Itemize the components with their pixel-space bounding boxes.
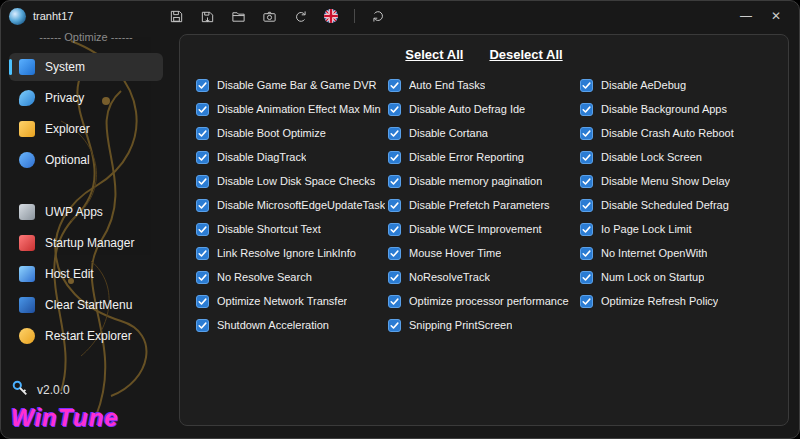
open-folder-icon[interactable] [227,5,249,27]
tweak-option[interactable]: Disable DiagTrack [196,150,388,164]
checkbox-checked-icon[interactable] [580,271,593,284]
section-label-optimize: ------ Optimize ------ [1,31,171,43]
checkbox-checked-icon[interactable] [388,295,401,308]
tweak-option[interactable]: No Resolve Search [196,270,388,284]
tweak-option[interactable]: Disable Background Apps [580,102,772,116]
checkbox-checked-icon[interactable] [196,319,209,332]
tweak-option[interactable]: Disable Shortcut Text [196,222,388,236]
tweak-option[interactable]: Disable Auto Defrag Ide [388,102,580,116]
tweak-option[interactable]: Link Resolve Ignore LinkInfo [196,246,388,260]
select-all-link[interactable]: Select All [405,47,463,62]
checkbox-checked-icon[interactable] [580,127,593,140]
checkbox-checked-icon[interactable] [388,223,401,236]
checkbox-checked-icon[interactable] [388,199,401,212]
tweak-option[interactable]: Disable memory pagination [388,174,580,188]
screenshot-camera-icon[interactable] [258,5,280,27]
sidebar-item-startup-manager[interactable]: Startup Manager [9,229,163,257]
language-uk-flag-icon[interactable] [320,5,342,27]
checkbox-checked-icon[interactable] [196,175,209,188]
checkbox-checked-icon[interactable] [388,319,401,332]
sidebar-item-system[interactable]: System [9,53,163,81]
tweak-option[interactable]: Disable Crash Auto Reboot [580,126,772,140]
tweak-option[interactable]: Disable Lock Screen [580,150,772,164]
checkbox-checked-icon[interactable] [196,199,209,212]
checkbox-checked-icon[interactable] [388,271,401,284]
tweak-option[interactable]: Optimize Network Transfer [196,294,388,308]
checkbox-checked-icon[interactable] [196,79,209,92]
checkbox-checked-icon[interactable] [196,151,209,164]
checkbox-checked-icon[interactable] [580,199,593,212]
system-monitor-icon [19,59,35,75]
refresh-icon[interactable] [367,5,389,27]
tweak-option[interactable]: Disable AeDebug [580,78,772,92]
tweak-option[interactable]: Snipping PrintScreen [388,318,580,332]
tweak-option[interactable]: Num Lock on Startup [580,270,772,284]
tweak-option[interactable]: Disable Menu Show Delay [580,174,772,188]
tweak-option[interactable]: Disable Scheduled Defrag [580,198,772,212]
tweak-label: Disable Game Bar & Game DVR [217,79,377,91]
checkbox-checked-icon[interactable] [388,79,401,92]
tweak-label: Disable memory pagination [409,175,542,187]
privacy-icon [19,90,35,106]
tweak-option[interactable]: Auto End Tasks [388,78,580,92]
checkbox-checked-icon[interactable] [388,175,401,188]
tweak-label: Disable Background Apps [601,103,727,115]
checkbox-checked-icon[interactable] [388,103,401,116]
undo-icon[interactable] [289,5,311,27]
version-label: v2.0.0 [37,383,70,397]
sidebar-item-host-edit[interactable]: Host Edit [9,260,163,288]
tweak-option[interactable]: Io Page Lock Limit [580,222,772,236]
tweak-option[interactable]: Shutdown Acceleration [196,318,388,332]
checkbox-checked-icon[interactable] [388,127,401,140]
save-icon[interactable] [165,5,187,27]
sidebar-item-label: Explorer [45,122,90,136]
tweak-option[interactable]: Disable MicrosoftEdgeUpdateTask [196,198,388,212]
minimize-button[interactable]: — [731,4,761,28]
tweak-option[interactable]: Disable Boot Optimize [196,126,388,140]
checkbox-checked-icon[interactable] [580,295,593,308]
tweak-option[interactable]: Disable Low Disk Space Checks [196,174,388,188]
app-window: tranht17 [0,0,800,439]
explorer-folder-icon [19,121,35,137]
checkbox-checked-icon[interactable] [388,151,401,164]
checkbox-checked-icon[interactable] [580,247,593,260]
checkbox-checked-icon[interactable] [388,247,401,260]
tweak-label: Mouse Hover Time [409,247,501,259]
sidebar-item-clear-startmenu[interactable]: Clear StartMenu [9,291,163,319]
tweak-label: Disable Shortcut Text [217,223,321,235]
tweak-option[interactable]: Disable Cortana [388,126,580,140]
checkbox-checked-icon[interactable] [196,247,209,260]
checkbox-checked-icon[interactable] [580,151,593,164]
checkbox-checked-icon[interactable] [196,295,209,308]
sidebar-item-explorer[interactable]: Explorer [9,115,163,143]
checkbox-checked-icon[interactable] [580,223,593,236]
sidebar-item-restart-explorer[interactable]: Restart Explorer [9,322,163,350]
tweaks-grid: Disable Game Bar & Game DVR Disable Anim… [196,78,772,332]
deselect-all-link[interactable]: Deselect All [489,47,562,62]
tweak-option[interactable]: Disable Game Bar & Game DVR [196,78,388,92]
tweak-option[interactable]: Optimize processor performance [388,294,580,308]
tweak-option[interactable]: Disable Prefetch Parameters [388,198,580,212]
tweak-option[interactable]: Optimize Refresh Policy [580,294,772,308]
sidebar-item-uwp-apps[interactable]: UWP Apps [9,198,163,226]
checkbox-checked-icon[interactable] [580,79,593,92]
sidebar-item-privacy[interactable]: Privacy [9,84,163,112]
checkbox-checked-icon[interactable] [196,103,209,116]
sidebar-item-optional[interactable]: Optional [9,146,163,174]
tweak-option[interactable]: No Internet OpenWith [580,246,772,260]
tweak-label: Num Lock on Startup [601,271,704,283]
checkbox-checked-icon[interactable] [580,103,593,116]
tweak-option[interactable]: Disable Animation Effect Max Min [196,102,388,116]
tweak-option[interactable]: Disable Error Reporting [388,150,580,164]
tweak-option[interactable]: NoResolveTrack [388,270,580,284]
save-as-icon[interactable] [196,5,218,27]
tweak-label: Disable Scheduled Defrag [601,199,729,211]
checkbox-checked-icon[interactable] [196,127,209,140]
user-avatar [9,8,26,25]
checkbox-checked-icon[interactable] [580,175,593,188]
tweak-option[interactable]: Disable WCE Improvement [388,222,580,236]
checkbox-checked-icon[interactable] [196,223,209,236]
close-button[interactable]: ✕ [761,4,791,28]
tweak-option[interactable]: Mouse Hover Time [388,246,580,260]
checkbox-checked-icon[interactable] [196,271,209,284]
